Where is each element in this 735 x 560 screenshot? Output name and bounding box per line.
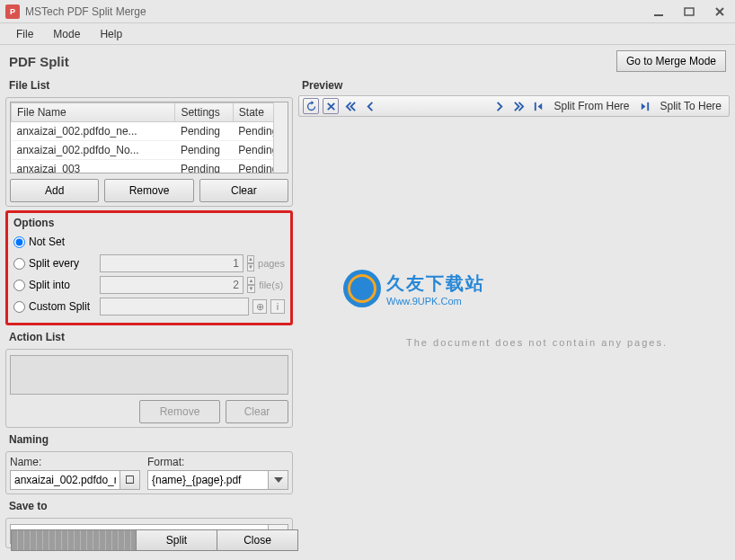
action-remove-button[interactable]: Remove <box>139 400 220 423</box>
app-title: MSTech PDF Split Merge <box>25 5 649 18</box>
radio-split-every[interactable] <box>13 258 25 270</box>
col-file-name[interactable]: File Name <box>12 103 175 122</box>
menubar: File Mode Help <box>0 23 735 45</box>
option-not-set[interactable]: Not Set <box>13 236 96 248</box>
minimize-button[interactable] <box>649 4 669 20</box>
svg-rect-1 <box>685 8 694 15</box>
preview-label: Preview <box>298 77 730 93</box>
split-to-here-button[interactable]: Split To Here <box>657 100 725 112</box>
action-list-label: Action List <box>5 329 293 345</box>
split-every-input[interactable] <box>100 254 244 272</box>
options-panel: Options Not Set Split every ▲▼ pages Spl… <box>5 210 293 325</box>
menu-mode[interactable]: Mode <box>44 26 89 42</box>
options-label: Options <box>13 217 285 231</box>
name-input[interactable] <box>10 470 120 490</box>
option-split-every[interactable]: Split every <box>13 257 96 270</box>
file-list-panel: File Name Settings State anxaizai_002.pd… <box>5 97 293 207</box>
add-button[interactable]: Add <box>10 179 99 202</box>
maximize-button[interactable] <box>679 4 699 20</box>
save-to-label: Save to <box>5 498 293 514</box>
next-page-icon[interactable] <box>491 98 507 114</box>
split-from-here-button[interactable]: Split From Here <box>550 100 633 112</box>
last-page-icon[interactable] <box>510 98 527 114</box>
split-to-marker-icon[interactable] <box>637 98 653 114</box>
col-settings[interactable]: Settings <box>175 103 233 122</box>
table-row[interactable]: anxaizai_002.pdfdo_ne...PendingPending <box>12 122 288 141</box>
split-from-marker-icon[interactable] <box>530 98 546 114</box>
clear-button[interactable]: Clear <box>199 179 288 202</box>
file-table[interactable]: File Name Settings State anxaizai_002.pd… <box>10 102 288 173</box>
table-row[interactable]: anxaizai_002.pdfdo_No...PendingPending <box>12 141 288 160</box>
progress-bar <box>11 529 137 551</box>
action-clear-button[interactable]: Clear <box>226 400 288 423</box>
naming-panel: Name: ☐ Format: <box>5 451 293 494</box>
spin-up-icon[interactable]: ▲ <box>247 255 254 263</box>
radio-not-set[interactable] <box>13 236 25 248</box>
first-page-icon[interactable] <box>342 98 359 114</box>
info-icon[interactable]: i <box>270 299 285 314</box>
cancel-icon[interactable] <box>323 98 339 114</box>
svg-rect-6 <box>535 102 536 110</box>
table-row[interactable]: anxaizai_003PendingPending <box>12 160 288 174</box>
watermark-logo: 久友下载站 Www.9UPK.Com <box>343 270 485 307</box>
app-window: P MSTech PDF Split Merge File Mode Help … <box>0 0 735 560</box>
file-list-label: File List <box>5 77 293 93</box>
close-app-button[interactable]: Close <box>217 529 298 551</box>
option-split-into[interactable]: Split into <box>13 279 96 291</box>
split-into-unit: file(s) <box>259 280 285 290</box>
custom-split-input[interactable] <box>100 298 249 316</box>
refresh-icon[interactable] <box>303 98 319 114</box>
name-picker-icon[interactable]: ☐ <box>120 470 140 490</box>
spin-up-icon[interactable]: ▲ <box>247 277 255 285</box>
option-custom-split[interactable]: Custom Split <box>13 300 96 313</box>
titlebar: P MSTech PDF Split Merge <box>0 0 735 23</box>
naming-label: Naming <box>5 431 293 448</box>
radio-custom-split[interactable] <box>13 301 25 313</box>
menu-file[interactable]: File <box>7 26 42 42</box>
preview-toolbar: Split From Here Split To Here <box>298 95 730 117</box>
preview-area: 久友下载站 Www.9UPK.Com The document does not… <box>298 117 730 555</box>
add-range-icon[interactable]: ⊕ <box>252 299 267 314</box>
format-field-label: Format: <box>147 456 288 468</box>
action-list-panel: Remove Clear <box>5 349 293 428</box>
format-input[interactable] <box>147 470 269 490</box>
spin-down-icon[interactable]: ▼ <box>247 285 255 293</box>
svg-rect-7 <box>647 102 649 110</box>
split-every-unit: pages <box>258 258 285 269</box>
watermark-icon <box>343 270 381 307</box>
header-row: PDF Split Go to Merge Mode <box>0 45 735 77</box>
bottom-bar: Split Close <box>11 529 298 551</box>
file-list-scrollbar[interactable] <box>273 102 288 173</box>
page-title: PDF Split <box>9 54 616 69</box>
app-icon: P <box>5 4 20 19</box>
split-button[interactable]: Split <box>137 529 217 551</box>
spin-down-icon[interactable]: ▼ <box>247 263 254 271</box>
menu-help[interactable]: Help <box>91 26 131 42</box>
go-to-merge-button[interactable]: Go to Merge Mode <box>616 50 726 72</box>
action-list-box[interactable] <box>10 355 288 395</box>
split-into-input[interactable] <box>100 276 244 294</box>
name-field-label: Name: <box>10 456 140 468</box>
close-button[interactable] <box>710 4 730 20</box>
empty-document-message: The document does not contain any pages. <box>406 337 668 348</box>
watermark-text-cn: 久友下载站 <box>386 271 485 296</box>
watermark-text-en: Www.9UPK.Com <box>386 296 485 307</box>
remove-button[interactable]: Remove <box>104 179 193 202</box>
radio-split-into[interactable] <box>13 280 25 291</box>
format-dropdown-icon[interactable] <box>269 470 288 490</box>
prev-page-icon[interactable] <box>362 98 378 114</box>
